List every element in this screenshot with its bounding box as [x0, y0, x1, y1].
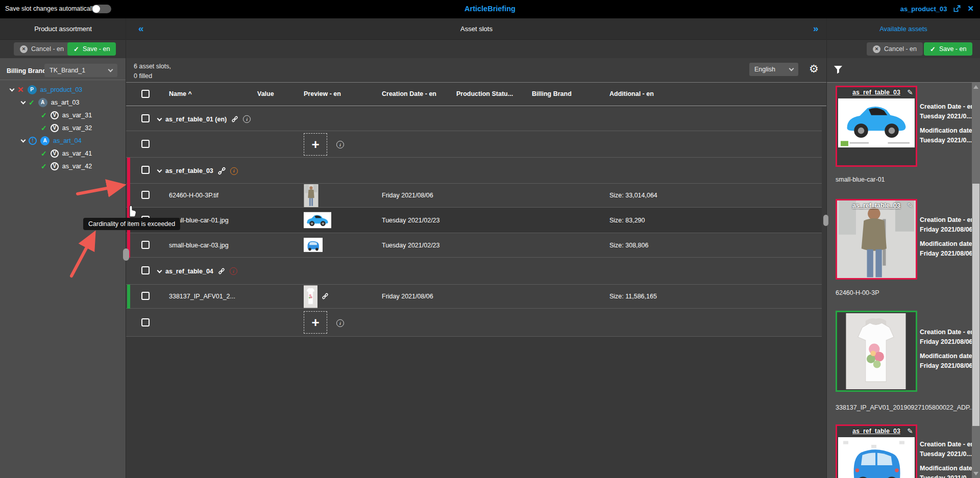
creation-date-value: Friday 2021/08/06	[920, 337, 977, 347]
link-icon	[231, 115, 239, 123]
right-splitter-handle[interactable]	[823, 215, 828, 226]
right-panel-scrollbar[interactable]	[972, 83, 980, 478]
product-badge: P	[28, 85, 37, 94]
edit-pencil-icon[interactable]: ✎	[907, 88, 913, 96]
asset-card[interactable]	[836, 311, 917, 392]
save-button[interactable]: ✓ Save - en	[67, 42, 116, 56]
column-name[interactable]: Name ^	[169, 90, 192, 97]
asset-creation-date: Friday 2021/08/06	[382, 293, 433, 300]
column-preview[interactable]: Preview - en	[304, 90, 341, 97]
filter-icon[interactable]	[834, 65, 843, 76]
chevron-down-icon[interactable]	[157, 268, 162, 273]
tree-item-label: as_art_04	[53, 137, 82, 144]
variant-badge: V	[51, 149, 59, 158]
table-row[interactable]: 338137_IP_AFV01_2... Friday 2021/08/06 S…	[126, 285, 822, 309]
edit-pencil-icon[interactable]: ✎	[907, 202, 913, 210]
billing-brand-dropdown[interactable]: TK_Brand_1	[44, 64, 117, 77]
info-icon[interactable]: i	[336, 141, 344, 148]
link-icon	[321, 292, 329, 300]
column-value[interactable]: Value	[257, 90, 274, 97]
error-info-icon[interactable]: i	[230, 267, 237, 275]
asset-card-title: as_ref_table_03	[837, 427, 916, 435]
tree-item-product[interactable]: ✕ P as_product_03	[0, 83, 126, 96]
left-splitter-handle[interactable]	[123, 248, 129, 261]
asset-card[interactable]: as_ref_table_03 ✎	[836, 199, 917, 280]
row-checkbox[interactable]	[141, 191, 150, 199]
preview-image[interactable]	[304, 285, 317, 308]
variant-badge: V	[51, 124, 59, 132]
ok-check-icon: ✓	[29, 98, 35, 107]
preview-image[interactable]	[304, 237, 323, 253]
add-asset-button[interactable]: +	[304, 311, 327, 334]
column-creation-date[interactable]: Creation Date - en	[382, 90, 436, 97]
ok-status-strip	[127, 285, 130, 309]
chevron-down-icon	[108, 67, 113, 72]
close-icon[interactable]: ✕	[967, 4, 974, 13]
tree-item-variant[interactable]: ✓ V as_var_32	[0, 121, 126, 134]
table-row[interactable]: small-blue-car-03.jpg Tuesday 2021/02/23…	[126, 233, 822, 258]
scroll-down-arrow[interactable]	[973, 472, 978, 475]
row-checkbox[interactable]	[141, 292, 150, 300]
chevron-down-icon[interactable]	[157, 116, 162, 121]
select-all-checkbox[interactable]	[141, 90, 150, 98]
tree-item-article[interactable]: ✓ A as_art_03	[0, 96, 126, 109]
info-icon[interactable]: i	[243, 115, 251, 123]
row-checkbox[interactable]	[141, 266, 150, 274]
scroll-up-arrow[interactable]	[973, 85, 978, 89]
scroll-thumb[interactable]	[972, 184, 979, 426]
cancel-button[interactable]: ✕ Cancel - en	[14, 42, 70, 56]
tree-item-variant[interactable]: ✓ V as_var_31	[0, 109, 126, 121]
creation-date-value: Friday 2021/08/06	[920, 225, 977, 235]
expand-panel-icon[interactable]: »	[813, 23, 819, 34]
info-icon[interactable]: i	[336, 319, 344, 327]
tree-item-article[interactable]: ! A as_art_04	[0, 134, 126, 147]
asset-card[interactable]: as_ref_table_03 ✎	[836, 86, 917, 167]
table-row[interactable]: + i	[126, 309, 822, 337]
chevron-down-icon[interactable]	[157, 168, 162, 173]
row-checkbox[interactable]	[141, 166, 150, 174]
row-checkbox[interactable]	[141, 140, 150, 148]
modification-date-label: Modification date	[920, 126, 977, 136]
asset-thumbnail	[837, 200, 916, 278]
column-production-status[interactable]: Production Statu...	[456, 90, 513, 97]
chevron-down-icon[interactable]	[10, 86, 15, 91]
modification-date-value: Tuesday 2021/0...	[920, 136, 977, 145]
table-row[interactable]: 62460-H-00-3P.tif Friday 2021/08/06 Size…	[126, 184, 822, 208]
preview-image[interactable]	[304, 184, 318, 207]
table-empty-area	[126, 337, 827, 478]
asset-card-title: as_ref_table_03	[837, 202, 916, 209]
tree-item-variant[interactable]: ✓ V as_var_42	[0, 160, 126, 172]
row-checkbox[interactable]	[141, 114, 150, 122]
table-row[interactable]: as_ref_table_03 i	[126, 158, 822, 184]
cancel-button-label: Cancel - en	[884, 45, 917, 53]
add-asset-button[interactable]: +	[304, 133, 327, 156]
table-row[interactable]: + i	[126, 131, 822, 158]
tree-item-label: as_var_32	[62, 124, 92, 132]
language-dropdown[interactable]: English	[749, 63, 798, 76]
collapse-panel-icon[interactable]: «	[138, 23, 144, 34]
cancel-button[interactable]: ✕ Cancel - en	[867, 42, 923, 56]
chevron-down-icon[interactable]	[21, 99, 26, 104]
gear-icon[interactable]: ⚙	[809, 63, 819, 75]
table-row[interactable]: small-blue-car-01.jpg Tuesday 2021/02/23…	[126, 208, 822, 233]
article-badge: A	[38, 98, 47, 107]
right-panel-divider[interactable]	[826, 18, 827, 478]
row-checkbox[interactable]	[141, 241, 150, 249]
middle-band	[126, 40, 827, 58]
warning-info-icon[interactable]: i	[230, 167, 238, 175]
chevron-down-icon[interactable]	[21, 137, 26, 142]
creation-date-label: Creation Date - en	[920, 328, 977, 337]
column-additional[interactable]: Additional - en	[609, 90, 654, 97]
asset-name: small-blue-car-03.jpg	[169, 242, 229, 249]
edit-pencil-icon[interactable]: ✎	[907, 427, 913, 435]
asset-card[interactable]: as_ref_table_03 ✎	[836, 424, 917, 478]
row-checkbox[interactable]	[141, 318, 150, 326]
open-external-icon[interactable]	[953, 5, 961, 13]
table-row[interactable]: as_ref_table_04 i	[126, 258, 822, 285]
creation-date-value: Tuesday 2021/0...	[920, 449, 977, 459]
column-billing-brand[interactable]: Billing Brand	[532, 90, 572, 97]
save-button[interactable]: ✓ Save - en	[924, 42, 972, 56]
tree-item-variant[interactable]: ✓ V as_var_41	[0, 147, 126, 160]
preview-image[interactable]	[304, 210, 331, 230]
table-row[interactable]: as_ref_table_01 (en) i	[126, 107, 822, 131]
